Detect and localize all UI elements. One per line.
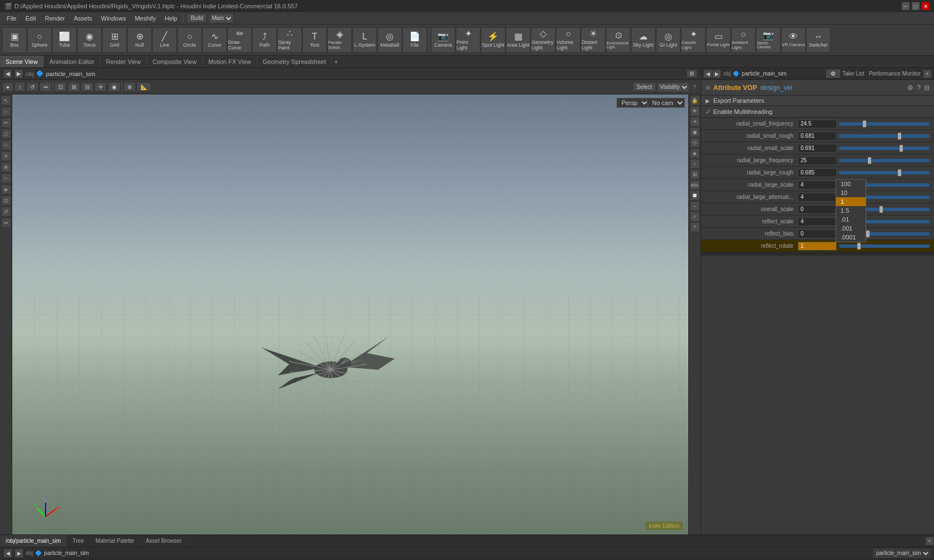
tool-causticlight[interactable]: ✦Caustic Light — [681, 27, 706, 53]
tool-envlight[interactable]: ⊙Environment Light — [606, 27, 630, 53]
dropdown-100[interactable]: 100 — [836, 179, 866, 188]
context-selector[interactable]: Main — [209, 13, 234, 23]
tool-paraticsolids[interactable]: ◈Paratic Solids — [327, 27, 352, 53]
bp-add-tab[interactable]: + — [925, 537, 934, 546]
param-radial-small-scale-input[interactable] — [798, 144, 837, 153]
vp-tool-4[interactable]: ◻ — [1, 129, 11, 139]
param-slider-lfreq[interactable] — [839, 159, 930, 162]
vp-tool-1[interactable]: ↖ — [1, 96, 11, 106]
rp-tab-params[interactable]: ⚙ — [826, 69, 840, 78]
tool-portallight[interactable]: ▭Portal Light — [706, 27, 731, 53]
menu-meshify[interactable]: Meshify — [130, 14, 160, 23]
export-params[interactable]: ▶ Export Parameters — [701, 96, 934, 106]
select-mode-button[interactable]: ● — [2, 82, 13, 92]
rp-back[interactable]: ◀ — [703, 69, 712, 78]
menu-render[interactable]: Render — [41, 14, 69, 23]
vp-tool-3[interactable]: ✏ — [1, 118, 11, 128]
vp-right-3[interactable]: ☀ — [690, 117, 700, 127]
dropdown-10[interactable]: 10 — [836, 188, 866, 197]
dropdown-1-5[interactable]: 1.5 — [836, 206, 866, 215]
param-slider-rough[interactable] — [839, 134, 930, 138]
dropdown-01[interactable]: .01 — [836, 215, 866, 224]
rp-forward[interactable]: ▶ — [712, 69, 721, 78]
tool-volumelight[interactable]: ○Volume Light — [556, 27, 580, 53]
vp-right-2[interactable]: 👁 — [690, 106, 700, 116]
select-label-button[interactable]: Select — [633, 82, 656, 92]
align-button[interactable]: ⊟ — [81, 82, 93, 92]
vp-tool-7[interactable]: ⊕ — [1, 162, 11, 172]
ne-forward[interactable]: ▶ — [14, 549, 23, 558]
attrvop-close[interactable]: ⊟ — [924, 84, 930, 92]
param-radial-small-rough-input[interactable] — [798, 132, 837, 141]
magnet-button[interactable]: ⊕ — [123, 82, 136, 92]
param-radial-large-rough-input[interactable] — [798, 168, 837, 177]
viewport-options-button[interactable]: ⚙ — [687, 69, 697, 78]
vp-right-8[interactable]: ⊞ — [690, 169, 700, 179]
tool-box[interactable]: ▣Box — [2, 27, 27, 53]
rotate-button[interactable]: ↺ — [26, 82, 38, 92]
tool-lsystem[interactable]: LL-System — [352, 27, 377, 53]
tool-circle[interactable]: ○Circle — [177, 27, 202, 53]
ne-path-selector[interactable]: particle_main_sim — [873, 549, 931, 558]
bp-tab-node-editor[interactable]: /obj/particle_main_sim — [0, 535, 67, 547]
menu-file[interactable]: File — [2, 14, 21, 23]
tool-drawcurve[interactable]: ✏Draw Curve — [227, 27, 252, 53]
param-slider-lrough[interactable] — [839, 171, 930, 174]
build-button[interactable]: Build — [187, 13, 207, 23]
vp-right-5[interactable]: ⊙ — [690, 138, 700, 148]
menu-edit[interactable]: Edit — [21, 14, 41, 23]
tool-vrcamera[interactable]: 👁VR Camera — [781, 27, 806, 53]
tool-ambientlight[interactable]: ○Ambient Light — [731, 27, 756, 53]
translate-button[interactable]: ↕ — [14, 82, 25, 92]
soft-select-button[interactable]: ◉ — [108, 82, 121, 92]
attrvop-help[interactable]: ? — [917, 84, 921, 92]
visibility-selector[interactable]: Visibility — [657, 82, 689, 92]
tab-motion-fx[interactable]: Motion FX View — [203, 56, 257, 67]
param-radial-small-freq-slider[interactable] — [839, 122, 930, 126]
param-reflect-bias-input[interactable] — [798, 229, 837, 238]
tool-tube[interactable]: ⬜Tube — [52, 27, 77, 53]
vp-right-6[interactable]: ◈ — [690, 148, 700, 158]
tab-render-view[interactable]: Render View — [101, 56, 147, 67]
vp-right-4[interactable]: ◉ — [690, 127, 700, 137]
vp-right-10[interactable]: 🔲 — [690, 191, 700, 201]
tool-stereocam[interactable]: 📷Stereo Camera — [756, 27, 781, 53]
tool-grid[interactable]: ⊞Grid — [102, 27, 127, 53]
tool-camera[interactable]: 📷Camera — [431, 27, 455, 53]
tab-scene-view[interactable]: Scene View — [0, 56, 44, 67]
vp-right-7[interactable]: ○ — [690, 159, 700, 169]
vp-right-11[interactable]: ↔ — [690, 201, 700, 211]
param-radial-small-freq-input[interactable] — [798, 119, 837, 128]
param-radial-large-scale-input[interactable] — [798, 181, 837, 189]
minimize-button[interactable]: ─ — [902, 2, 910, 10]
param-reflect-scale-input[interactable] — [798, 217, 837, 226]
tool-file[interactable]: 📄File — [403, 27, 427, 53]
vp-tool-8[interactable]: ↔ — [1, 173, 11, 183]
tool-spraypaint[interactable]: ∴Spray Paint — [277, 27, 302, 53]
param-overall-scale-input[interactable] — [798, 205, 837, 214]
tool-geolight[interactable]: ◇Geometry Light — [531, 27, 555, 53]
vp-tool-11[interactable]: ↺ — [1, 207, 11, 217]
tool-torus[interactable]: ◉Torus — [77, 27, 102, 53]
ne-back[interactable]: ◀ — [3, 549, 12, 558]
menu-windows[interactable]: Windows — [97, 14, 131, 23]
tool-spotlight[interactable]: ⚡Spot Light — [481, 27, 505, 53]
vp-tool-9[interactable]: ◈ — [1, 184, 11, 194]
bp-tab-tree[interactable]: Tree — [67, 535, 90, 547]
param-radial-large-attenuat-input[interactable] — [798, 193, 837, 202]
maximize-button[interactable]: □ — [912, 2, 920, 10]
tool-text[interactable]: TText — [302, 27, 327, 53]
vp-right-1[interactable]: 🔒 — [690, 96, 700, 106]
dropdown-001[interactable]: .001 — [836, 224, 866, 233]
tool-pointlight[interactable]: ✦Point Light — [456, 27, 480, 53]
vp-right-12[interactable]: ⤢ — [690, 212, 700, 222]
tool-curve[interactable]: ∿Curve — [202, 27, 227, 53]
tool-null[interactable]: ⊕Null — [127, 27, 152, 53]
bp-tab-material[interactable]: Material Palette — [90, 535, 140, 547]
measure-button[interactable]: 📐 — [137, 82, 151, 92]
param-reflect-rotate-input[interactable] — [798, 242, 837, 251]
menu-help[interactable]: Help — [160, 14, 182, 23]
tool-path[interactable]: ⤴Path — [252, 27, 277, 53]
scale-button[interactable]: ⇔ — [39, 82, 52, 92]
tool-skylight[interactable]: ☁Sky Light — [631, 27, 655, 53]
